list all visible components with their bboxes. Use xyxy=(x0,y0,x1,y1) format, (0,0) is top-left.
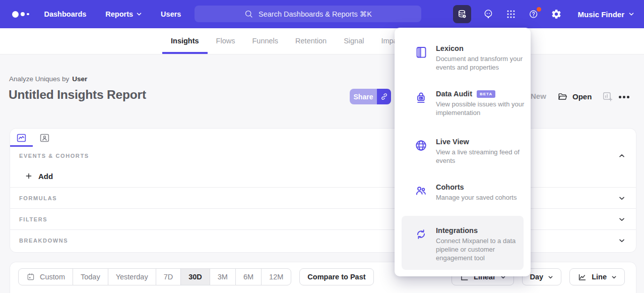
range-yesterday[interactable]: Yesterday xyxy=(108,269,156,285)
metrics-tab-icon[interactable] xyxy=(16,133,27,143)
tab-signal[interactable]: Signal xyxy=(335,28,372,54)
gear-icon xyxy=(551,9,562,20)
apps-grid-icon xyxy=(505,9,517,20)
chevron-up-icon xyxy=(619,153,625,159)
project-switcher[interactable]: Music Finder xyxy=(577,10,634,19)
search-icon xyxy=(244,9,253,19)
chevron-down-icon xyxy=(611,274,617,280)
integrations-sync-icon xyxy=(414,227,428,241)
query-builder-panel: EVENTS & COHORTS Add FORMULAS FILTERS BR… xyxy=(10,129,636,252)
nav-item-dashboards[interactable]: Dashboards xyxy=(44,10,87,18)
range-custom[interactable]: Custom xyxy=(19,269,73,285)
primary-nav: Dashboards Reports Users xyxy=(44,10,181,18)
tab-retention[interactable]: Retention xyxy=(287,28,335,54)
add-event-button[interactable]: Add xyxy=(10,165,636,187)
report-tabbar: Insights Flows Funnels Retention Signal … xyxy=(0,28,644,54)
menu-item-cohorts[interactable]: Cohorts Manage your saved cohorts xyxy=(395,183,526,202)
feedback-smiley-icon xyxy=(483,9,494,20)
range-3m[interactable]: 3M xyxy=(210,269,236,285)
tab-insights[interactable]: Insights xyxy=(162,28,208,54)
chevron-down-icon xyxy=(548,274,553,280)
add-to-dashboard-icon xyxy=(602,91,613,102)
page-title: Untitled Insights Report xyxy=(9,88,146,102)
range-12m[interactable]: 12M xyxy=(262,269,291,285)
project-name: Music Finder xyxy=(577,10,624,19)
compare-to-past-button[interactable]: Compare to Past xyxy=(299,268,373,285)
users-tab-icon[interactable] xyxy=(39,133,50,143)
add-to-dashboard-button[interactable] xyxy=(602,91,613,102)
section-formulas[interactable]: FORMULAS xyxy=(10,187,636,208)
link-icon xyxy=(380,92,389,101)
range-6m[interactable]: 6M xyxy=(236,269,262,285)
beta-badge: BETA xyxy=(477,90,495,98)
share-button[interactable]: Share xyxy=(350,89,377,104)
analyze-entity[interactable]: User xyxy=(72,75,87,83)
chevron-down-icon xyxy=(619,238,625,244)
line-chart-icon xyxy=(577,272,587,282)
menu-item-live-view[interactable]: Live View View a live streaming feed of … xyxy=(395,138,526,165)
open-report-button[interactable]: Open xyxy=(557,91,592,102)
search-placeholder: Search Dashboards & Reports ⌘K xyxy=(259,10,372,18)
data-audit-icon xyxy=(414,91,428,104)
calendar-icon xyxy=(26,272,35,281)
analyze-subtitle: Analyze Uniques byUser xyxy=(9,75,87,83)
menu-item-lexicon[interactable]: Lexicon Document and transform your even… xyxy=(395,44,526,72)
lexicon-book-icon xyxy=(414,45,428,59)
data-management-button[interactable] xyxy=(453,5,471,23)
more-options-button[interactable] xyxy=(619,96,629,98)
help-button[interactable] xyxy=(528,9,539,20)
feedback-button[interactable] xyxy=(483,9,494,20)
tab-funnels[interactable]: Funnels xyxy=(243,28,287,54)
data-management-dropdown: Lexicon Document and transform your even… xyxy=(395,28,531,276)
section-breakdowns[interactable]: BREAKDOWNS xyxy=(10,229,636,251)
date-range-control: Custom Today Yesterday 7D 30D 3M 6M 12M xyxy=(18,268,291,285)
menu-item-data-audit[interactable]: Data AuditBETA View possible issues with… xyxy=(395,90,526,117)
section-filters[interactable]: FILTERS xyxy=(10,208,636,229)
notification-badge xyxy=(537,7,541,12)
builder-tabs xyxy=(10,129,636,147)
chevron-down-icon xyxy=(137,12,142,17)
range-30d[interactable]: 30D xyxy=(181,269,210,285)
apps-grid-button[interactable] xyxy=(505,9,517,20)
database-gear-icon xyxy=(457,9,468,20)
insights-page: Analyze Uniques byUser Untitled Insights… xyxy=(0,54,644,293)
chevron-down-icon xyxy=(619,216,625,222)
range-today[interactable]: Today xyxy=(73,269,108,285)
copy-link-button[interactable] xyxy=(377,89,391,104)
chart-type-dropdown[interactable]: Line xyxy=(569,268,625,285)
top-navbar: Dashboards Reports Users Search Dashboar… xyxy=(0,0,644,28)
globe-icon xyxy=(414,139,428,152)
folder-icon xyxy=(557,91,568,102)
nav-item-reports[interactable]: Reports xyxy=(105,10,142,18)
chart-toolbar-panel: Custom Today Yesterday 7D 30D 3M 6M 12M … xyxy=(10,262,636,293)
section-events-cohorts[interactable]: EVENTS & COHORTS xyxy=(10,147,636,165)
cohorts-people-icon xyxy=(414,184,428,198)
menu-item-integrations[interactable]: Integrations Connect Mixpanel to a data … xyxy=(402,216,524,270)
share-controls: Share xyxy=(350,89,391,104)
search-input[interactable]: Search Dashboards & Reports ⌘K xyxy=(195,6,421,22)
navbar-right: Music Finder xyxy=(453,5,634,23)
nav-item-users[interactable]: Users xyxy=(161,10,181,18)
tab-flows[interactable]: Flows xyxy=(208,28,244,54)
settings-button[interactable] xyxy=(551,9,562,20)
chevron-down-icon xyxy=(629,12,634,17)
plus-icon xyxy=(25,172,33,180)
chevron-down-icon xyxy=(619,195,625,201)
active-tab-underline xyxy=(10,145,33,147)
mixpanel-logo-icon[interactable] xyxy=(12,11,29,18)
range-7d[interactable]: 7D xyxy=(156,269,181,285)
